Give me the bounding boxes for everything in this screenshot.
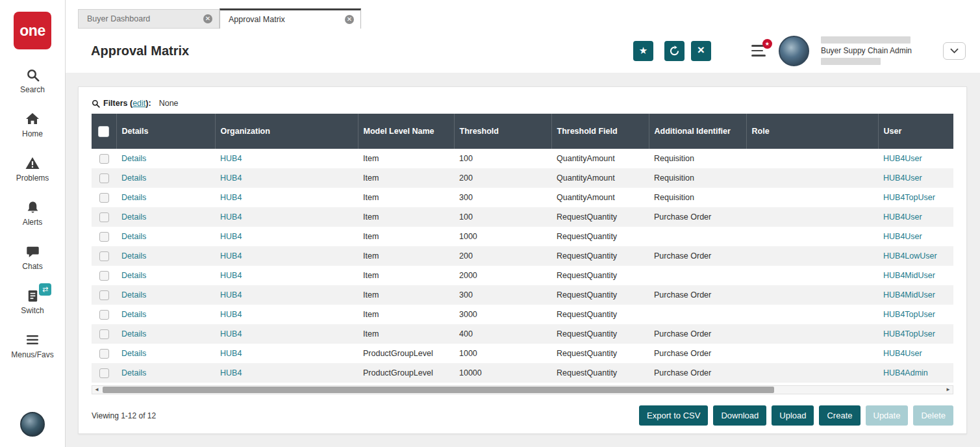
user-link[interactable]: HUB4MidUser [883,290,935,300]
export-to-csv-button[interactable]: Export to CSV [639,405,708,426]
row-checkbox[interactable] [99,310,109,320]
cell-organization: HUB4 [215,305,358,324]
scroll-left-arrow-icon[interactable]: ◄ [92,386,101,394]
column-header-threshold-field: Threshold Field [551,114,649,149]
user-link[interactable]: HUB4MidUser [883,271,935,280]
organization-link[interactable]: HUB4 [220,349,242,358]
organization-link[interactable]: HUB4 [220,154,242,163]
row-checkbox[interactable] [99,368,109,378]
select-all-checkbox[interactable] [98,126,109,137]
organization-link[interactable]: HUB4 [220,193,242,202]
tab-bar: Buyer Dashboard ✕ Approval Matrix ✕ [66,0,980,29]
favorites-menu-icon[interactable]: ★ [751,45,767,57]
user-link[interactable]: HUB4TopUser [883,329,935,338]
tab-buyer-dashboard[interactable]: Buyer Dashboard ✕ [78,9,220,29]
horizontal-scrollbar[interactable]: ◄ ► [92,385,953,394]
cell-threshold-field: QuantityAmount [551,149,649,168]
download-button[interactable]: Download [713,405,766,426]
organization-link[interactable]: HUB4 [220,368,242,377]
row-checkbox[interactable] [99,212,109,222]
tab-close-icon[interactable]: ✕ [203,14,212,23]
sidebar-item-alerts[interactable]: Alerts [0,199,65,227]
row-checkbox[interactable] [99,251,109,261]
delete-button[interactable]: Delete [913,405,953,426]
organization-link[interactable]: HUB4 [220,310,242,319]
row-checkbox[interactable] [99,290,109,300]
cell-threshold: 200 [454,168,551,188]
sidebar-item-search[interactable]: Search [0,66,65,94]
user-link[interactable]: HUB4TopUser [883,310,935,319]
details-link[interactable]: Details [121,310,146,319]
cell-details: Details [116,207,215,227]
cell-threshold-field: RequestQuantity [551,246,649,266]
details-link[interactable]: Details [121,290,146,300]
close-page-button[interactable]: × [691,41,711,61]
favorites-badge-star-icon: ★ [762,39,772,49]
row-checkbox[interactable] [99,232,109,242]
details-link[interactable]: Details [121,173,146,183]
row-checkbox[interactable] [99,271,109,281]
details-link[interactable]: Details [121,193,146,202]
update-button[interactable]: Update [866,405,909,426]
user-avatar[interactable] [779,36,809,66]
details-link[interactable]: Details [121,368,146,377]
details-link[interactable]: Details [121,154,146,163]
user-link[interactable]: HUB4User [883,232,922,241]
user-link[interactable]: HUB4Admin [883,368,928,377]
switch-badge-icon[interactable]: ⇄ [39,283,51,296]
filters-edit-link[interactable]: edit [132,99,145,108]
sidebar-item-switch[interactable]: ⇄ Switch [0,287,65,315]
table-row: DetailsHUB4Item1000RequestQuantityHUB4Us… [92,227,953,246]
organization-link[interactable]: HUB4 [220,271,242,280]
organization-link[interactable]: HUB4 [220,212,242,222]
row-checkbox[interactable] [99,193,109,203]
sidebar-item-menus-favs[interactable]: Menus/Favs [0,331,65,359]
row-checkbox[interactable] [99,154,109,164]
details-link[interactable]: Details [121,329,146,338]
cell-model-level-name: Item [358,207,454,227]
sidebar-profile-avatar[interactable] [20,412,45,437]
cell-additional-identifier [649,305,746,324]
organization-link[interactable]: HUB4 [220,290,242,300]
details-link[interactable]: Details [121,232,146,241]
details-link[interactable]: Details [121,271,146,280]
organization-link[interactable]: HUB4 [220,173,242,183]
user-link[interactable]: HUB4LowUser [883,251,937,261]
scrollbar-thumb[interactable] [103,387,774,393]
sidebar-item-chats[interactable]: Chats [0,243,65,271]
upload-button[interactable]: Upload [772,405,814,426]
organization-link[interactable]: HUB4 [220,329,242,338]
sidebar-item-home[interactable]: Home [0,110,65,138]
user-link[interactable]: HUB4User [883,154,922,163]
scroll-right-arrow-icon[interactable]: ► [944,386,953,394]
cell-model-level-name: Item [358,149,454,168]
sidebar-item-problems[interactable]: Problems [0,155,65,183]
cell-role [746,246,878,266]
create-button[interactable]: Create [819,405,860,426]
cell-model-level-name: Item [358,285,454,305]
cell-user: HUB4LowUser [878,246,953,266]
user-menu-dropdown[interactable] [943,42,966,60]
details-link[interactable]: Details [121,212,146,222]
row-checkbox-cell [92,188,116,207]
details-link[interactable]: Details [121,349,146,358]
details-link[interactable]: Details [121,251,146,261]
viewing-status: Viewing 1-12 of 12 [92,411,156,420]
sidebar-nav: Search Home Problems Alerts [0,66,65,359]
organization-link[interactable]: HUB4 [220,251,242,261]
user-link[interactable]: HUB4User [883,349,922,358]
row-checkbox[interactable] [99,329,109,339]
user-link[interactable]: HUB4TopUser [883,193,935,202]
tab-close-icon[interactable]: ✕ [345,15,354,24]
row-checkbox[interactable] [99,349,109,359]
user-link[interactable]: HUB4User [883,212,922,222]
cell-role [746,168,878,188]
row-checkbox[interactable] [99,173,109,183]
favorite-button[interactable]: ★ [633,41,653,61]
cell-organization: HUB4 [215,227,358,246]
organization-link[interactable]: HUB4 [220,232,242,241]
refresh-button[interactable] [664,41,685,61]
cell-role [746,266,878,285]
tab-approval-matrix[interactable]: Approval Matrix ✕ [220,8,361,29]
user-link[interactable]: HUB4User [883,173,922,183]
